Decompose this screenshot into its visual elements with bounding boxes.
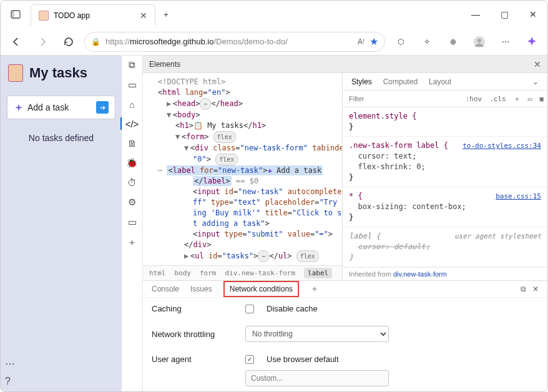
address-bar[interactable]: 🔒 https://microsoftedge.github.io/Demos/…: [84, 32, 385, 52]
devtools-sources-icon[interactable]: 🗎: [127, 138, 137, 149]
dom-breadcrumb[interactable]: html body form div.new-task-form label: [143, 265, 342, 280]
svg-point-3: [477, 39, 481, 42]
tab-layout[interactable]: Layout: [429, 77, 451, 86]
disable-cache-label: Disable cache: [267, 304, 318, 313]
new-rule-icon[interactable]: ＋: [510, 94, 524, 104]
drawer-tab-network-conditions[interactable]: Network conditions: [223, 281, 299, 297]
tab-strip-dock-icon[interactable]: [1, 1, 31, 28]
collections-icon[interactable]: ⊕: [443, 31, 464, 52]
more-menu-icon[interactable]: ⋯: [495, 31, 516, 52]
copilot-icon[interactable]: [521, 31, 542, 52]
read-aloud-icon[interactable]: A⁾: [358, 37, 365, 46]
styles-icon-2[interactable]: ▣: [536, 95, 547, 103]
favorite-star-icon[interactable]: ★: [369, 36, 378, 47]
plus-icon: ＋: [14, 101, 24, 114]
ua-default-checkbox[interactable]: ✓: [245, 355, 254, 364]
no-tasks-text: No tasks defined: [1, 133, 122, 143]
tab-close-icon[interactable]: ✕: [140, 11, 147, 21]
page-title: My tasks: [29, 65, 87, 81]
tab-title: TODO app: [54, 11, 90, 20]
devtools-performance-icon[interactable]: ⏱: [127, 177, 137, 188]
throttling-label: Network throttling: [152, 330, 233, 339]
window-close-button[interactable]: ✕: [519, 1, 547, 28]
styles-more-icon[interactable]: ⌄: [532, 77, 539, 86]
ua-default-label: Use browser default: [267, 355, 339, 364]
styles-filter-input[interactable]: [343, 95, 462, 102]
sidebar-help-icon[interactable]: ?: [5, 376, 15, 387]
dom-tree[interactable]: <!DOCTYPE html> <html lang="en"> ▶<head>…: [143, 73, 342, 265]
devtools-close-icon[interactable]: ✕: [534, 59, 541, 69]
svg-rect-1: [11, 11, 14, 18]
forward-button: [32, 31, 53, 52]
css-source-link[interactable]: base.css:15: [496, 191, 541, 202]
devtools-app-icon[interactable]: ▭: [128, 217, 137, 228]
sidebar-more-icon[interactable]: ⋯: [5, 358, 15, 370]
extensions-icon[interactable]: ⬡: [390, 31, 411, 52]
tab-styles[interactable]: Styles: [351, 77, 372, 86]
caching-label: Caching: [152, 304, 233, 313]
css-source-link[interactable]: to-do-styles.css:34: [462, 140, 541, 151]
window-maximize-button[interactable]: ▢: [490, 1, 519, 28]
profile-icon[interactable]: [469, 31, 490, 52]
drawer-icon[interactable]: ⧉: [521, 285, 526, 293]
tab-favicon: [39, 11, 49, 21]
inherited-from: Inherited from div.new-task-form: [343, 267, 547, 280]
devtools-home-icon[interactable]: ⌂: [129, 99, 135, 110]
throttling-select[interactable]: No throttling: [245, 326, 389, 342]
hov-toggle[interactable]: :hov: [462, 95, 486, 103]
tab-computed[interactable]: Computed: [383, 77, 418, 86]
devtools-panel-title: Elements: [149, 60, 180, 69]
disable-cache-checkbox[interactable]: [245, 305, 254, 313]
devtools-add-panel-icon[interactable]: ＋: [127, 237, 137, 248]
url-text: https://microsoftedge.github.io/Demos/de…: [105, 37, 353, 46]
drawer-add-tab-icon[interactable]: ＋: [310, 283, 319, 295]
window-minimize-button[interactable]: —: [461, 1, 490, 28]
add-task-button[interactable]: ＋ Add a task ➔: [7, 96, 115, 119]
drawer-close-icon[interactable]: ✕: [532, 285, 539, 293]
back-button[interactable]: [6, 31, 27, 52]
submit-arrow-icon[interactable]: ➔: [96, 101, 109, 114]
styles-icon-1[interactable]: ▭: [524, 95, 536, 103]
add-task-label: Add a task: [27, 102, 69, 112]
favorites-icon[interactable]: ✧: [416, 31, 438, 52]
browser-tab[interactable]: TODO app ✕: [31, 4, 155, 26]
devtools-gear-icon[interactable]: ⚙: [128, 197, 136, 208]
cls-toggle[interactable]: .cls: [486, 95, 510, 103]
drawer-tab-issues[interactable]: Issues: [190, 285, 212, 293]
devtools-bug-icon[interactable]: 🐞: [126, 157, 138, 169]
refresh-button[interactable]: [58, 31, 79, 52]
user-agent-label: User agent: [152, 355, 233, 364]
ua-custom-input: [245, 370, 389, 386]
devtools-device-icon[interactable]: ▭: [128, 79, 137, 91]
devtools-elements-icon[interactable]: </>: [125, 119, 139, 129]
devtools-inspect-icon[interactable]: ⧉: [129, 59, 135, 71]
new-tab-button[interactable]: ＋: [155, 1, 177, 28]
app-logo-icon: [8, 64, 23, 82]
drawer-tab-console[interactable]: Console: [152, 285, 179, 293]
lock-icon: 🔒: [91, 37, 100, 46]
